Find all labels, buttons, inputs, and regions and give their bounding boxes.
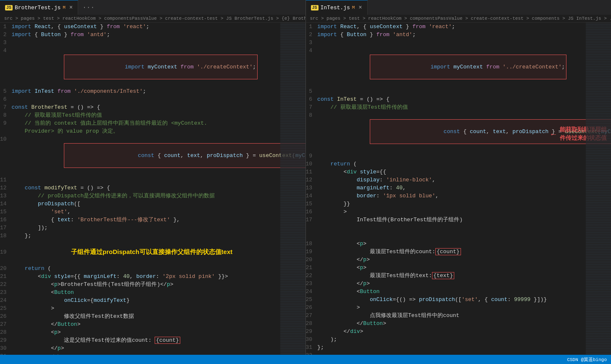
- table-row: 4 import myContext from './createContext…: [0, 47, 306, 87]
- status-bar: CSDN @翼遥bingo: [0, 355, 611, 364]
- table-row: 13 // proDispatch是父组件传进来的，可以直接调用修改父组件中的数…: [0, 192, 306, 200]
- table-row: 1 import React, { useContext } from 'rea…: [306, 23, 611, 31]
- table-row: 30 </p>: [0, 344, 306, 352]
- table-row: 25 >: [0, 304, 306, 312]
- tab-more-left[interactable]: ···: [78, 0, 99, 15]
- table-row: 16 >: [306, 208, 611, 216]
- tab-bar: JS BrotherTest.js M × ··· JS InTest.js M…: [0, 0, 611, 15]
- table-row: 15 'set',: [0, 208, 306, 216]
- table-row: 21 <p>: [306, 264, 611, 272]
- table-row: 12 const modifyText = () => {: [0, 184, 306, 192]
- table-row: 10 const { count, text, proDispatch } = …: [0, 135, 306, 176]
- table-row: 14 proDispatch([: [0, 200, 306, 208]
- table-row: 2 import { Button } from 'antd';: [306, 31, 611, 39]
- table-row: 6: [0, 95, 306, 103]
- code-area-left[interactable]: 1 import React, { useContext } from 'rea…: [0, 23, 306, 355]
- tab-intest[interactable]: JS InTest.js M ×: [306, 0, 368, 15]
- table-row: 19 子组件通过proDispatch可以直接操作父组件的状态值text: [0, 240, 306, 264]
- table-row: 22 最顶层Test组件的text:{text}: [306, 272, 611, 280]
- table-row: 3: [0, 39, 306, 47]
- table-row: 12 display: 'inline-block',: [306, 176, 611, 184]
- table-row: 20 return (: [0, 264, 306, 272]
- table-row: 4 import myContext from '../createContex…: [306, 47, 611, 87]
- table-row: 18 <p>: [306, 240, 611, 248]
- table-row: 32: [306, 351, 611, 355]
- editor-pane-right: 1 import React, { useContext } from 'rea…: [306, 23, 611, 355]
- table-row: 22 <p>BrotherTest组件(Test组件的子组件)</p>: [0, 280, 306, 288]
- table-row: 21 <div style={{ marginLeft: 40, border:…: [0, 272, 306, 280]
- table-row: 14 border: '1px solid blue',: [306, 192, 611, 200]
- table-row: 19 最顶层Test组件的count:{count}: [306, 248, 611, 256]
- table-row: 28 <p>: [0, 328, 306, 336]
- table-row: 15 }}: [306, 200, 611, 208]
- table-row: 17 InTest组件(BrotherTest组件的子组件): [306, 216, 611, 240]
- table-row: 26 修改父组件Test的text数据: [0, 312, 306, 320]
- table-row: 26 >: [306, 304, 611, 312]
- table-row: 17 ]);: [0, 224, 306, 232]
- tab-close-right[interactable]: ×: [358, 4, 362, 11]
- table-row: 20 </p>: [306, 256, 611, 264]
- tab-badge-left: M: [63, 5, 66, 10]
- tab-label-left: BrotherTest.js: [15, 5, 61, 11]
- table-row: 13 marginLeft: 40,: [306, 184, 611, 192]
- table-row: 31 <p>: [0, 352, 306, 355]
- table-row: 24 onClick={modifyText}: [0, 296, 306, 304]
- table-row: 11: [0, 176, 306, 184]
- editor-pane-left: 1 import React, { useContext } from 'rea…: [0, 23, 306, 355]
- table-row: 30 );: [306, 335, 611, 343]
- table-row: 11 <div style={{: [306, 168, 611, 176]
- tab-label-right: InTest.js: [321, 5, 350, 11]
- table-row: 27 点我修改最顶层Test组件中的count: [306, 312, 611, 319]
- table-row: 3: [306, 39, 611, 47]
- csdn-watermark: CSDN @翼遥bingo: [567, 356, 607, 363]
- table-row: 31 };: [306, 343, 611, 351]
- js-icon-left: JS: [5, 5, 13, 10]
- table-row: 1 import React, { useContext } from 'rea…: [0, 23, 306, 31]
- breadcrumb-left: src > pages > test > reactHookCom > comp…: [0, 15, 306, 22]
- table-row: 18 };: [0, 232, 306, 240]
- table-row: 23 <Button: [0, 288, 306, 296]
- table-row: 9 // 当前的 context 值由上层组件中距离当前组件最近的 <myCon…: [0, 119, 306, 135]
- js-icon-right: JS: [311, 5, 319, 10]
- table-row: 10 return (: [306, 160, 611, 168]
- table-row: 29 </div>: [306, 327, 611, 335]
- table-row: 24 <Button: [306, 288, 611, 296]
- table-row: 5 import InTest from './components/InTes…: [0, 87, 306, 95]
- table-row: 8 // 获取最顶层Test组件传的值: [0, 111, 306, 119]
- tab-close-left[interactable]: ×: [69, 4, 73, 11]
- table-row: 9: [306, 152, 611, 160]
- table-row: 29 这是父组件Test传过来的值count: {count}: [0, 336, 306, 344]
- table-row: 6 const InTest = () => {: [306, 95, 611, 103]
- tab-badge-right: M: [352, 5, 355, 10]
- table-row: 5: [306, 87, 611, 95]
- table-row: 28 </Button>: [306, 319, 611, 327]
- table-row: 25 onClick={() => proDispatch(['set', { …: [306, 296, 611, 304]
- tab-brothertest[interactable]: JS BrotherTest.js M ×: [0, 0, 78, 15]
- table-row: 27 </Button>: [0, 320, 306, 328]
- table-row: 16 { text: 'BrotherTest组件---修改了text' },: [0, 216, 306, 224]
- table-row: 8 const { count, text, proDispatch } = u…: [306, 111, 611, 152]
- table-row: 7 // 获取最顶层Test组件传的值: [306, 103, 611, 111]
- breadcrumb-right: src > pages > test > reactHookCom > comp…: [306, 15, 611, 22]
- table-row: 7 const BrotherTest = () => {: [0, 103, 306, 111]
- code-area-right[interactable]: 1 import React, { useContext } from 'rea…: [306, 23, 611, 355]
- table-row: 2 import { Button } from 'antd';: [0, 31, 306, 39]
- table-row: 23 </p>: [306, 280, 611, 288]
